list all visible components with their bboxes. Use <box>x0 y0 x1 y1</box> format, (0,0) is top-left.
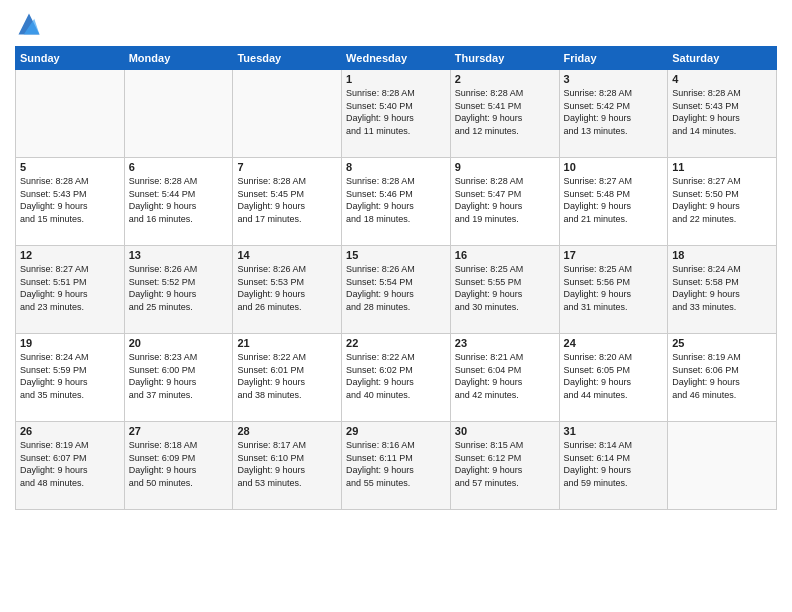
calendar-cell: 7Sunrise: 8:28 AM Sunset: 5:45 PM Daylig… <box>233 158 342 246</box>
day-number: 9 <box>455 161 555 173</box>
calendar-cell: 19Sunrise: 8:24 AM Sunset: 5:59 PM Dayli… <box>16 334 125 422</box>
week-row-2: 5Sunrise: 8:28 AM Sunset: 5:43 PM Daylig… <box>16 158 777 246</box>
calendar-cell: 2Sunrise: 8:28 AM Sunset: 5:41 PM Daylig… <box>450 70 559 158</box>
cell-content: Sunrise: 8:22 AM Sunset: 6:01 PM Dayligh… <box>237 351 337 401</box>
day-number: 14 <box>237 249 337 261</box>
cell-content: Sunrise: 8:27 AM Sunset: 5:51 PM Dayligh… <box>20 263 120 313</box>
day-number: 23 <box>455 337 555 349</box>
calendar-cell: 24Sunrise: 8:20 AM Sunset: 6:05 PM Dayli… <box>559 334 668 422</box>
calendar-cell: 3Sunrise: 8:28 AM Sunset: 5:42 PM Daylig… <box>559 70 668 158</box>
calendar-cell: 18Sunrise: 8:24 AM Sunset: 5:58 PM Dayli… <box>668 246 777 334</box>
cell-content: Sunrise: 8:21 AM Sunset: 6:04 PM Dayligh… <box>455 351 555 401</box>
cell-content: Sunrise: 8:27 AM Sunset: 5:48 PM Dayligh… <box>564 175 664 225</box>
cell-content: Sunrise: 8:19 AM Sunset: 6:07 PM Dayligh… <box>20 439 120 489</box>
cell-content: Sunrise: 8:24 AM Sunset: 5:58 PM Dayligh… <box>672 263 772 313</box>
day-header-friday: Friday <box>559 47 668 70</box>
cell-content: Sunrise: 8:28 AM Sunset: 5:41 PM Dayligh… <box>455 87 555 137</box>
cell-content: Sunrise: 8:27 AM Sunset: 5:50 PM Dayligh… <box>672 175 772 225</box>
day-number: 28 <box>237 425 337 437</box>
week-row-5: 26Sunrise: 8:19 AM Sunset: 6:07 PM Dayli… <box>16 422 777 510</box>
calendar-cell: 10Sunrise: 8:27 AM Sunset: 5:48 PM Dayli… <box>559 158 668 246</box>
cell-content: Sunrise: 8:14 AM Sunset: 6:14 PM Dayligh… <box>564 439 664 489</box>
calendar-cell: 8Sunrise: 8:28 AM Sunset: 5:46 PM Daylig… <box>342 158 451 246</box>
calendar-cell: 22Sunrise: 8:22 AM Sunset: 6:02 PM Dayli… <box>342 334 451 422</box>
day-number: 17 <box>564 249 664 261</box>
day-number: 12 <box>20 249 120 261</box>
cell-content: Sunrise: 8:22 AM Sunset: 6:02 PM Dayligh… <box>346 351 446 401</box>
cell-content: Sunrise: 8:19 AM Sunset: 6:06 PM Dayligh… <box>672 351 772 401</box>
calendar-cell: 25Sunrise: 8:19 AM Sunset: 6:06 PM Dayli… <box>668 334 777 422</box>
calendar-cell: 28Sunrise: 8:17 AM Sunset: 6:10 PM Dayli… <box>233 422 342 510</box>
cell-content: Sunrise: 8:26 AM Sunset: 5:53 PM Dayligh… <box>237 263 337 313</box>
cell-content: Sunrise: 8:18 AM Sunset: 6:09 PM Dayligh… <box>129 439 229 489</box>
calendar-cell: 26Sunrise: 8:19 AM Sunset: 6:07 PM Dayli… <box>16 422 125 510</box>
calendar-cell: 23Sunrise: 8:21 AM Sunset: 6:04 PM Dayli… <box>450 334 559 422</box>
day-number: 2 <box>455 73 555 85</box>
cell-content: Sunrise: 8:28 AM Sunset: 5:45 PM Dayligh… <box>237 175 337 225</box>
cell-content: Sunrise: 8:28 AM Sunset: 5:46 PM Dayligh… <box>346 175 446 225</box>
day-number: 29 <box>346 425 446 437</box>
calendar-cell <box>668 422 777 510</box>
day-number: 22 <box>346 337 446 349</box>
day-number: 1 <box>346 73 446 85</box>
day-number: 24 <box>564 337 664 349</box>
day-number: 8 <box>346 161 446 173</box>
day-number: 15 <box>346 249 446 261</box>
week-row-1: 1Sunrise: 8:28 AM Sunset: 5:40 PM Daylig… <box>16 70 777 158</box>
day-header-sunday: Sunday <box>16 47 125 70</box>
day-header-tuesday: Tuesday <box>233 47 342 70</box>
cell-content: Sunrise: 8:28 AM Sunset: 5:44 PM Dayligh… <box>129 175 229 225</box>
page: SundayMondayTuesdayWednesdayThursdayFrid… <box>0 0 792 612</box>
calendar-cell <box>16 70 125 158</box>
cell-content: Sunrise: 8:16 AM Sunset: 6:11 PM Dayligh… <box>346 439 446 489</box>
day-number: 5 <box>20 161 120 173</box>
day-number: 10 <box>564 161 664 173</box>
cell-content: Sunrise: 8:28 AM Sunset: 5:43 PM Dayligh… <box>20 175 120 225</box>
day-number: 16 <box>455 249 555 261</box>
calendar-cell: 14Sunrise: 8:26 AM Sunset: 5:53 PM Dayli… <box>233 246 342 334</box>
calendar-cell: 6Sunrise: 8:28 AM Sunset: 5:44 PM Daylig… <box>124 158 233 246</box>
day-number: 11 <box>672 161 772 173</box>
day-number: 3 <box>564 73 664 85</box>
day-number: 31 <box>564 425 664 437</box>
calendar-cell: 4Sunrise: 8:28 AM Sunset: 5:43 PM Daylig… <box>668 70 777 158</box>
calendar-header: SundayMondayTuesdayWednesdayThursdayFrid… <box>16 47 777 70</box>
cell-content: Sunrise: 8:23 AM Sunset: 6:00 PM Dayligh… <box>129 351 229 401</box>
calendar-body: 1Sunrise: 8:28 AM Sunset: 5:40 PM Daylig… <box>16 70 777 510</box>
cell-content: Sunrise: 8:26 AM Sunset: 5:54 PM Dayligh… <box>346 263 446 313</box>
header <box>15 10 777 38</box>
calendar-cell: 31Sunrise: 8:14 AM Sunset: 6:14 PM Dayli… <box>559 422 668 510</box>
day-header-wednesday: Wednesday <box>342 47 451 70</box>
week-row-3: 12Sunrise: 8:27 AM Sunset: 5:51 PM Dayli… <box>16 246 777 334</box>
cell-content: Sunrise: 8:25 AM Sunset: 5:55 PM Dayligh… <box>455 263 555 313</box>
day-number: 25 <box>672 337 772 349</box>
header-row: SundayMondayTuesdayWednesdayThursdayFrid… <box>16 47 777 70</box>
day-number: 26 <box>20 425 120 437</box>
day-number: 20 <box>129 337 229 349</box>
cell-content: Sunrise: 8:28 AM Sunset: 5:43 PM Dayligh… <box>672 87 772 137</box>
calendar-cell <box>124 70 233 158</box>
day-number: 21 <box>237 337 337 349</box>
day-number: 19 <box>20 337 120 349</box>
cell-content: Sunrise: 8:20 AM Sunset: 6:05 PM Dayligh… <box>564 351 664 401</box>
cell-content: Sunrise: 8:26 AM Sunset: 5:52 PM Dayligh… <box>129 263 229 313</box>
day-header-monday: Monday <box>124 47 233 70</box>
day-number: 6 <box>129 161 229 173</box>
calendar-cell: 16Sunrise: 8:25 AM Sunset: 5:55 PM Dayli… <box>450 246 559 334</box>
day-header-saturday: Saturday <box>668 47 777 70</box>
cell-content: Sunrise: 8:28 AM Sunset: 5:40 PM Dayligh… <box>346 87 446 137</box>
cell-content: Sunrise: 8:15 AM Sunset: 6:12 PM Dayligh… <box>455 439 555 489</box>
day-header-thursday: Thursday <box>450 47 559 70</box>
calendar-cell: 15Sunrise: 8:26 AM Sunset: 5:54 PM Dayli… <box>342 246 451 334</box>
calendar-cell: 11Sunrise: 8:27 AM Sunset: 5:50 PM Dayli… <box>668 158 777 246</box>
logo <box>15 10 47 38</box>
cell-content: Sunrise: 8:28 AM Sunset: 5:47 PM Dayligh… <box>455 175 555 225</box>
day-number: 13 <box>129 249 229 261</box>
day-number: 18 <box>672 249 772 261</box>
calendar-cell: 21Sunrise: 8:22 AM Sunset: 6:01 PM Dayli… <box>233 334 342 422</box>
calendar-cell: 1Sunrise: 8:28 AM Sunset: 5:40 PM Daylig… <box>342 70 451 158</box>
calendar-cell: 9Sunrise: 8:28 AM Sunset: 5:47 PM Daylig… <box>450 158 559 246</box>
calendar-cell: 5Sunrise: 8:28 AM Sunset: 5:43 PM Daylig… <box>16 158 125 246</box>
cell-content: Sunrise: 8:28 AM Sunset: 5:42 PM Dayligh… <box>564 87 664 137</box>
logo-icon <box>15 10 43 38</box>
